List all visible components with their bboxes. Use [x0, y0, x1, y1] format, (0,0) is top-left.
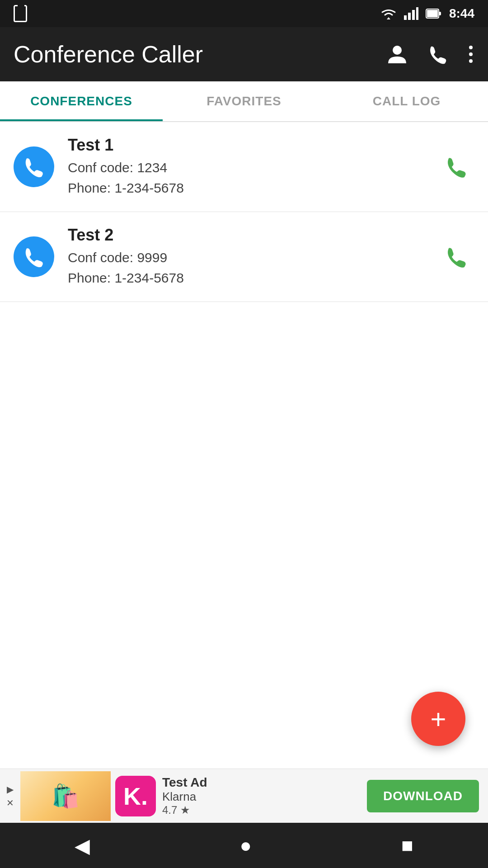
app-title: Conference Caller [14, 41, 386, 68]
svg-rect-5 [427, 10, 438, 17]
svg-point-10 [469, 59, 473, 63]
ad-banner[interactable]: ▶ ✕ 🛍️ K. Test Ad Klarna 4.7 ★ DOWNLOAD [0, 769, 488, 823]
sim-icon [14, 5, 27, 22]
tab-conferences[interactable]: CONFERENCES [0, 81, 163, 121]
status-bar-right: 8:44 [380, 6, 474, 21]
conference-name-1: Test 1 [68, 136, 438, 155]
conference-info-1: Test 1 Conf code: 1234 Phone: 1-234-5678 [68, 136, 438, 198]
phone-avatar-icon-1 [22, 155, 46, 179]
home-button[interactable]: ● [239, 834, 252, 857]
conference-phone-1: Phone: 1-234-5678 [68, 178, 438, 198]
call-icon[interactable] [427, 43, 449, 66]
svg-rect-6 [439, 12, 441, 15]
ad-app-name: Klarna [162, 790, 207, 804]
svg-rect-0 [404, 15, 407, 20]
ad-download-button[interactable]: DOWNLOAD [367, 780, 479, 812]
conference-avatar-1 [14, 146, 54, 187]
add-conference-fab[interactable]: + [411, 692, 465, 746]
tab-favorites[interactable]: FAVORITES [163, 81, 325, 121]
call-button-1[interactable] [438, 149, 474, 185]
tabs: CONFERENCES FAVORITES CALL LOG [0, 81, 488, 122]
svg-rect-1 [408, 13, 411, 20]
menu-icon[interactable] [467, 43, 474, 66]
back-button[interactable]: ◀ [75, 834, 90, 857]
status-time: 8:44 [449, 6, 474, 21]
svg-rect-2 [412, 10, 415, 20]
ad-rating: 4.7 ★ [162, 804, 207, 816]
ad-label: Test Ad [162, 775, 207, 790]
call-icon-1 [444, 154, 469, 179]
conference-info-2: Test 2 Conf code: 9999 Phone: 1-234-5678 [68, 226, 438, 288]
conference-list: Test 1 Conf code: 1234 Phone: 1-234-5678… [0, 122, 488, 769]
ad-play-icon[interactable]: ▶ [7, 784, 14, 795]
recents-button[interactable]: ■ [401, 834, 413, 857]
call-icon-2 [444, 244, 469, 269]
ad-image-placeholder: 🛍️ [20, 771, 111, 821]
conference-phone-2: Phone: 1-234-5678 [68, 268, 438, 288]
call-button-2[interactable] [438, 239, 474, 275]
nav-bar: ◀ ● ■ [0, 823, 488, 868]
svg-point-9 [469, 52, 473, 56]
ad-middle: K. Test Ad Klarna 4.7 ★ [111, 775, 367, 816]
tab-call-log[interactable]: CALL LOG [325, 81, 488, 121]
conference-item-2[interactable]: Test 2 Conf code: 9999 Phone: 1-234-5678 [0, 212, 488, 302]
signal-icon [404, 7, 418, 20]
ad-logo: K. [115, 776, 156, 816]
svg-point-7 [393, 46, 402, 55]
conference-conf-code-2: Conf code: 9999 [68, 247, 438, 268]
status-bar-left [14, 5, 27, 22]
conference-item-1[interactable]: Test 1 Conf code: 1234 Phone: 1-234-5678 [0, 122, 488, 212]
status-bar: 8:44 [0, 0, 488, 27]
add-icon: + [430, 703, 446, 735]
profile-icon[interactable] [386, 43, 408, 66]
conference-name-2: Test 2 [68, 226, 438, 245]
conference-conf-code-1: Conf code: 1234 [68, 157, 438, 178]
ad-image: 🛍️ [20, 771, 111, 821]
battery-icon [426, 7, 442, 20]
app-bar: Conference Caller [0, 27, 488, 81]
phone-avatar-icon-2 [22, 245, 46, 269]
conference-avatar-2 [14, 236, 54, 277]
svg-point-8 [469, 46, 473, 49]
svg-rect-3 [416, 7, 418, 20]
ad-text: Test Ad Klarna 4.7 ★ [162, 775, 207, 816]
wifi-icon [380, 7, 397, 20]
ad-close-icon[interactable]: ✕ [6, 797, 14, 808]
ad-close-section[interactable]: ▶ ✕ [0, 784, 20, 808]
app-bar-actions [386, 43, 474, 66]
